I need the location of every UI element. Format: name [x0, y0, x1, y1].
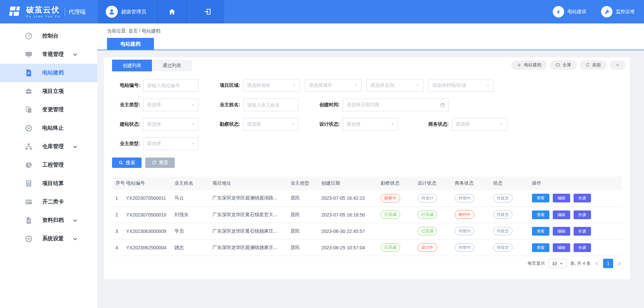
reset-button[interactable]: 重置: [145, 158, 175, 168]
county-select[interactable]: 请选择县/区: [367, 79, 423, 92]
user-menu[interactable]: 超级管理员: [97, 0, 154, 23]
pill-label: 刷新: [592, 62, 601, 68]
edit-button[interactable]: 编辑: [553, 243, 570, 252]
owner-name-input[interactable]: [243, 99, 299, 111]
build-status-select[interactable]: 请选择: [143, 118, 199, 131]
reset-icon: [152, 160, 157, 165]
pie-gauge-icon: [24, 161, 33, 169]
cell-created: 2023-07-05 16:18:50: [318, 206, 377, 223]
caret-down-icon: [486, 83, 490, 87]
next-page-button[interactable]: [617, 261, 622, 266]
sidebar-item-system-settings[interactable]: 系统设置: [0, 230, 97, 248]
breadcrumb: 当前位置: 首页 / 电站建档: [107, 28, 160, 34]
cell-business: 待签约: [451, 190, 490, 206]
edit-button[interactable]: 编辑: [553, 210, 570, 219]
home-button[interactable]: [154, 0, 190, 23]
cell-owner: 刘强东: [171, 206, 209, 223]
sidebar-item-console[interactable]: 控制台: [0, 27, 97, 45]
view-button[interactable]: 查看: [532, 243, 549, 252]
void-button[interactable]: 作废: [574, 210, 591, 219]
module-monitoring-ops[interactable]: 监控运维: [601, 6, 635, 17]
sidebar-item-label: 仓库管理: [42, 143, 64, 150]
divider: [65, 7, 65, 16]
column-header: 电站编号: [123, 177, 171, 190]
business-status-select[interactable]: 请选择: [452, 118, 507, 131]
station-code-input[interactable]: [143, 79, 199, 92]
sidebar-item-label: 资料归档: [42, 217, 64, 224]
create-time-range-input[interactable]: 请选择日期范围: [343, 99, 449, 111]
filter-label: 设计状态:: [312, 121, 340, 127]
placeholder-text: 请选择日期范围: [346, 102, 379, 108]
page-1-button[interactable]: 1: [603, 259, 613, 268]
owner-type-select-2[interactable]: 请选择: [143, 137, 199, 150]
placeholder-text: 请选择: [147, 141, 161, 147]
void-button[interactable]: 作废: [574, 227, 591, 236]
chevron-down-icon: [559, 262, 563, 265]
placeholder-text: 请选择县/区: [370, 82, 395, 88]
cell-address: 广东深圳龙华区黄石镇星官大...: [209, 206, 287, 223]
sidebar-item-station-termination[interactable]: 电站终止: [0, 119, 97, 137]
caret-down-icon: [292, 83, 296, 87]
cell-seq: 3: [112, 223, 123, 239]
sidebar-item-general-management[interactable]: 常规管理: [0, 45, 97, 64]
calendar-icon: [440, 103, 445, 108]
sidebar-item-change-management[interactable]: 变更管理: [0, 101, 97, 119]
placeholder-text: 请选择: [455, 121, 470, 127]
filter-label: 业主姓名:: [212, 102, 240, 108]
search-button[interactable]: 搜索: [112, 158, 142, 168]
village-select[interactable]: 请选择村镇/街道: [428, 79, 494, 92]
owner-type-select[interactable]: 请选择: [143, 99, 199, 111]
column-header: 商务状态: [451, 177, 490, 190]
monitor-icon: [24, 50, 33, 59]
plus-icon: [517, 63, 522, 67]
caret-down-icon: [416, 83, 420, 87]
tab-passed-list[interactable]: 通过列表: [152, 60, 192, 71]
project-region-group: 请选择省份请选择城市请选择县/区请选择村镇/街道: [243, 79, 494, 92]
edit-button[interactable]: 编辑: [553, 227, 570, 236]
cell-survey: 勘察中: [377, 190, 414, 206]
column-header: 创建日期: [318, 177, 377, 190]
view-button[interactable]: 查看: [532, 210, 549, 219]
void-button[interactable]: 作废: [574, 243, 591, 252]
sidebar-item-project-settlement[interactable]: 项目结算: [0, 174, 97, 193]
sidebar-item-engineering-management[interactable]: 工程管理: [0, 156, 97, 174]
create-archive-button[interactable]: 电站建档: [511, 60, 547, 70]
logout-button[interactable]: [190, 0, 225, 23]
cell-owner_type: 居民: [287, 206, 318, 223]
city-select[interactable]: 请选择城市: [305, 79, 362, 92]
column-header: 勘察状态: [377, 177, 414, 190]
logo-area: 破茧云伏 Po Jian Yun Fu 代理端: [0, 0, 97, 23]
sidebar-item-open-type2-card[interactable]: 开二类卡: [0, 193, 97, 211]
cell-code: YX2023063000009: [123, 223, 171, 239]
refresh-button[interactable]: 刷新: [580, 60, 607, 70]
edit-button[interactable]: 编辑: [553, 194, 570, 202]
cell-status: 待提交: [490, 223, 529, 239]
page-tab-station-archive[interactable]: 电站建档: [107, 38, 154, 50]
design-status-badge: 已完成: [418, 210, 437, 219]
design-status-select[interactable]: 请选择: [343, 118, 398, 131]
view-button[interactable]: 查看: [532, 227, 549, 236]
caret-down-icon: [354, 83, 358, 87]
sidebar-item-project-initiation[interactable]: 项目立项: [0, 82, 97, 101]
collapse-button[interactable]: [609, 60, 626, 70]
sidebar-item-data-archive[interactable]: 资料归档: [0, 211, 97, 230]
sidebar-item-label: 项目立项: [42, 88, 64, 95]
tab-create-list[interactable]: 创建列表: [112, 60, 152, 71]
prev-page-button[interactable]: [594, 261, 599, 266]
placeholder-text: 请选择城市: [309, 82, 332, 88]
sidebar-item-label: 控制台: [42, 33, 58, 40]
province-select[interactable]: 请选择省份: [243, 79, 300, 92]
placeholder-text: 请选择省份: [247, 82, 270, 88]
fullscreen-button[interactable]: 全屏: [550, 60, 577, 70]
per-page-select[interactable]: 10: [549, 259, 567, 268]
sidebar-item-station-archive[interactable]: 电站建档: [0, 64, 97, 82]
void-button[interactable]: 作废: [574, 194, 591, 202]
main-panel: 创建列表通过列表 电站建档全屏刷新 电站编号:项目区域:请选择省份请选择城市请选…: [104, 57, 630, 279]
view-button[interactable]: 查看: [532, 194, 549, 202]
panel-toolbar: 电站建档全屏刷新: [511, 60, 626, 70]
cell-address: 广东深圳龙华区观澜镇观湖路...: [209, 190, 287, 206]
module-station-construction[interactable]: 电站建设: [553, 6, 586, 17]
sidebar-item-warehouse-management[interactable]: 仓库管理: [0, 137, 97, 156]
app-logo-icon: [8, 5, 23, 18]
survey-status-select[interactable]: 请选择: [243, 118, 299, 131]
